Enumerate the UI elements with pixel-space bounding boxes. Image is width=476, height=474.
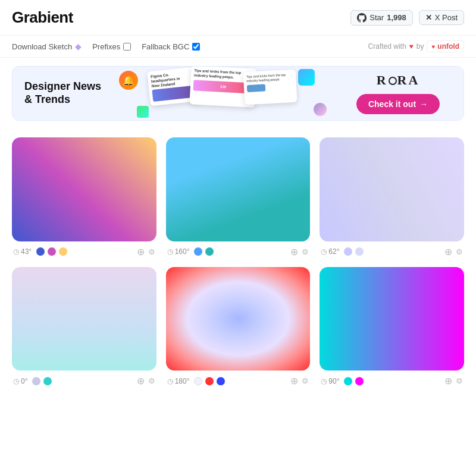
app-logo: Grabient (12, 8, 73, 27)
gradient-meta-1: ◷ 43° ⊕ ⚙ (12, 246, 156, 258)
meta-icons-6: ⊕ ⚙ (444, 375, 463, 387)
dot-4-2[interactable] (43, 377, 52, 385)
gradient-meta-6: ◷ 90° ⊕ ⚙ (320, 375, 464, 387)
check-out-button[interactable]: Check it out → (356, 94, 440, 114)
star-button[interactable]: Star 1,998 (350, 10, 412, 26)
fallback-bgc-checkbox[interactable] (192, 43, 200, 51)
by-label: by (416, 42, 424, 51)
mini-card-3: Tips and tricks from the top industry le… (243, 70, 298, 105)
angle-4: ◷ 0° (13, 377, 27, 385)
x-post-button[interactable]: ✕ X Post (419, 10, 464, 25)
meta-icons-2: ⊕ ⚙ (290, 246, 309, 258)
dot-6-2[interactable] (355, 377, 364, 385)
dot-1-2[interactable] (48, 247, 56, 256)
color-dots-6 (344, 377, 440, 385)
dot-5-2[interactable] (205, 377, 214, 385)
unfold-badge[interactable]: ♥ unfold (427, 40, 464, 52)
clock-icon-4: ◷ (13, 377, 19, 385)
gradient-card-6[interactable] (320, 267, 464, 371)
dot-6-1[interactable] (344, 377, 352, 385)
check-out-label: Check it out (368, 99, 416, 109)
gradient-card-wrapper-3: ◷ 62° ⊕ ⚙ (320, 137, 464, 258)
unfold-label: unfold (437, 42, 459, 51)
color-dots-5 (194, 377, 286, 385)
dot-1-1[interactable] (36, 247, 45, 256)
bell-icon: 🔔 (119, 71, 138, 90)
star-label: Star (369, 13, 384, 22)
angle-1: ◷ 43° (13, 247, 32, 256)
github-icon (357, 13, 367, 23)
meta-icons-3: ⊕ ⚙ (444, 246, 463, 258)
fallback-bgc-label: Fallback BGC (142, 42, 189, 51)
x-icon: ✕ (425, 13, 432, 22)
add-icon-4[interactable]: ⊕ (137, 375, 145, 387)
dot-3-2[interactable] (355, 247, 364, 256)
sliders-icon-5[interactable]: ⚙ (302, 376, 309, 385)
sliders-icon-1[interactable]: ⚙ (148, 247, 155, 256)
meta-icons-4: ⊕ ⚙ (137, 375, 155, 387)
clock-icon-1: ◷ (13, 247, 19, 256)
download-sketch-item[interactable]: Download Sketch ◆ (12, 42, 82, 51)
banner-right-cta: RRA Check it out → (333, 66, 464, 121)
add-icon-3[interactable]: ⊕ (444, 246, 452, 258)
fallback-bgc-item[interactable]: Fallback BGC (142, 42, 200, 51)
toolbar: Download Sketch ◆ Prefixes Fallback BGC … (0, 36, 476, 58)
gradient-card-wrapper-4: ◷ 0° ⊕ ⚙ (12, 267, 156, 387)
dot-2-1[interactable] (194, 247, 202, 256)
banner-text: Designer News & Trends (12, 71, 113, 115)
prefixes-item[interactable]: Prefixes (92, 42, 131, 51)
meta-icons-1: ⊕ ⚙ (137, 246, 155, 258)
add-icon-5[interactable]: ⊕ (290, 375, 298, 387)
download-sketch-label: Download Sketch (12, 42, 72, 51)
promo-banner: Designer News & Trends 🔔 Figma Co.headqu… (12, 66, 464, 121)
banner-title-line1: Designer News & Trends (24, 80, 101, 106)
sliders-icon-2[interactable]: ⚙ (302, 247, 309, 256)
angle-value-3: 62° (328, 247, 339, 256)
blue-square-icon (298, 69, 315, 86)
angle-5: ◷ 180° (167, 377, 190, 385)
rora-logo-text: RRA (377, 73, 420, 88)
prefixes-checkbox[interactable] (123, 43, 131, 51)
sliders-icon-3[interactable]: ⚙ (456, 247, 463, 256)
dot-5-3[interactable] (217, 377, 225, 385)
diamond-icon: ◆ (75, 42, 82, 51)
prefixes-label: Prefixes (92, 42, 120, 51)
dot-4-1[interactable] (32, 377, 40, 385)
gradient-meta-2: ◷ 160° ⊕ ⚙ (166, 246, 311, 258)
arrow-right-icon: → (419, 99, 428, 109)
color-dots-4 (32, 377, 131, 385)
add-icon-6[interactable]: ⊕ (444, 375, 452, 387)
crafted-section: Crafted with ♥ by ♥ unfold (368, 40, 464, 52)
dot-2-2[interactable] (205, 247, 214, 256)
sliders-icon-4[interactable]: ⚙ (148, 376, 155, 385)
gradient-card-wrapper-1: ◷ 43° ⊕ ⚙ (12, 137, 156, 258)
angle-value-6: 90° (328, 377, 339, 385)
angle-2: ◷ 160° (167, 247, 190, 256)
angle-3: ◷ 62° (321, 247, 339, 256)
dot-3-1[interactable] (344, 247, 352, 256)
gradient-card-2[interactable] (166, 137, 311, 241)
gradient-card-4[interactable] (12, 267, 156, 371)
gradient-card-5[interactable] (166, 267, 311, 371)
rora-o-1 (389, 77, 397, 85)
add-icon-1[interactable]: ⊕ (137, 246, 145, 258)
meta-icons-5: ⊕ ⚙ (290, 375, 309, 387)
dot-1-3[interactable] (59, 247, 67, 256)
clock-icon-5: ◷ (167, 377, 173, 385)
unfold-heart-icon: ♥ (431, 43, 435, 50)
star-count: 1,998 (387, 13, 406, 22)
gradient-card-3[interactable] (320, 137, 464, 241)
color-dots-3 (344, 247, 440, 256)
gradient-card-1[interactable] (12, 137, 156, 241)
add-icon-2[interactable]: ⊕ (290, 246, 298, 258)
sliders-icon-6[interactable]: ⚙ (456, 376, 463, 385)
header-actions: Star 1,998 ✕ X Post (350, 10, 464, 26)
clock-icon-2: ◷ (167, 247, 173, 256)
gradient-grid: ◷ 43° ⊕ ⚙ ◷ 160° (0, 129, 476, 395)
color-dots-2 (194, 247, 286, 256)
angle-value-2: 160° (175, 247, 190, 256)
clock-icon-3: ◷ (321, 247, 327, 256)
dot-5-1[interactable] (194, 377, 202, 385)
header: Grabient Star 1,998 ✕ X Post (0, 0, 476, 36)
gradient-meta-3: ◷ 62° ⊕ ⚙ (320, 246, 464, 258)
